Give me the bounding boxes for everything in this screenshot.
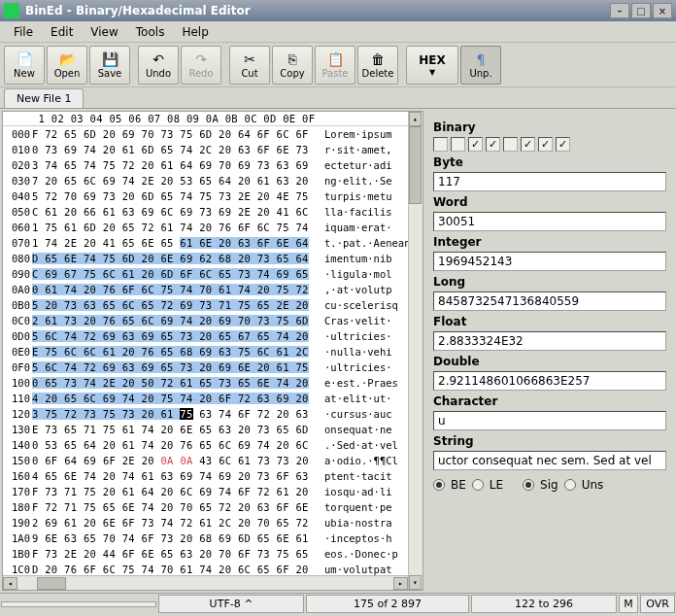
window-title: BinEd - Binary/Hexadecimal Editor — [25, 4, 610, 17]
sign-uns-radio[interactable] — [564, 479, 576, 491]
horizontal-scrollbar[interactable]: ◂ ▸ — [3, 575, 408, 590]
bit-checkbox[interactable] — [451, 137, 465, 152]
hex-row[interactable]: 0C02 61 73 20 76 65 6C 69 74 20 69 70 73… — [3, 313, 408, 328]
minimize-button[interactable]: – — [610, 3, 629, 18]
integer-field[interactable] — [433, 252, 666, 271]
endian-be-radio[interactable] — [433, 479, 445, 491]
hex-row[interactable]: 1203 75 72 73 75 73 20 61 75 63 74 6F 72… — [3, 406, 408, 422]
long-label: Long — [433, 275, 666, 289]
string-label: String — [433, 434, 666, 448]
bit-checkbox[interactable]: ✓ — [556, 137, 570, 152]
binary-bits: ✓✓✓✓✓ — [433, 137, 666, 152]
scroll-thumb[interactable] — [37, 577, 66, 590]
titlebar: BinEd - Binary/Hexadecimal Editor – □ × — [0, 0, 676, 21]
float-label: Float — [433, 315, 666, 328]
hex-row[interactable]: 1C0D 20 76 6F 6C 75 74 70 61 74 20 6C 65… — [3, 562, 408, 575]
tab-bar: New File 1 — [0, 87, 676, 109]
bit-checkbox[interactable]: ✓ — [486, 137, 500, 152]
hex-row[interactable]: 1A09 6E 63 65 70 74 6F 73 20 68 69 6D 65… — [3, 530, 408, 546]
scroll-left-icon[interactable]: ◂ — [3, 577, 17, 590]
float-field[interactable] — [433, 331, 666, 351]
inspector-panel: Binary ✓✓✓✓✓ Byte Word Integer Long Floa… — [425, 111, 674, 591]
byte-field[interactable] — [433, 172, 666, 191]
delete-button[interactable]: 🗑Delete — [357, 46, 398, 85]
hex-editor[interactable]: 1 02 03 04 05 06 07 08 09 0A 0B 0C 0D 0E… — [2, 111, 423, 591]
string-field[interactable] — [433, 451, 666, 470]
menu-edit[interactable]: Edit — [43, 23, 81, 41]
hex-row[interactable]: 0B05 20 73 63 65 6C 65 72 69 73 71 75 65… — [3, 297, 408, 313]
status-encoding[interactable]: UTF-8 ^ — [158, 595, 304, 613]
status-mode-m[interactable]: M — [619, 595, 638, 613]
scroll-down-icon[interactable]: ▾ — [409, 575, 422, 590]
hex-row[interactable]: 0100 73 69 74 20 61 6D 65 74 2C 20 63 6F… — [3, 142, 408, 157]
character-field[interactable] — [433, 411, 666, 430]
hex-row[interactable]: 1902 69 61 20 6E 6F 73 74 72 61 2C 20 70… — [3, 515, 408, 530]
byte-label: Byte — [433, 155, 666, 169]
menu-tools[interactable]: Tools — [128, 23, 173, 41]
scroll-right-icon[interactable]: ▸ — [393, 577, 408, 590]
bit-checkbox[interactable]: ✓ — [468, 137, 483, 152]
code-type-dropdown[interactable]: HEX▼ — [406, 46, 458, 85]
hex-row[interactable]: 0601 75 61 6D 20 65 72 61 74 20 76 6F 6C… — [3, 220, 408, 235]
hex-row[interactable]: 0307 20 65 6C 69 74 2E 20 53 65 64 20 61… — [3, 173, 408, 188]
save-icon: 💾 — [101, 51, 118, 67]
hex-row[interactable]: 1000 65 73 74 2E 20 50 72 61 65 73 65 6E… — [3, 375, 408, 391]
hex-row[interactable]: 1400 53 65 64 20 61 74 20 76 65 6C 69 74… — [3, 437, 408, 453]
cut-button[interactable]: ✂Cut — [229, 46, 270, 85]
hex-row[interactable]: 0D05 6C 74 72 69 63 69 65 73 20 65 67 65… — [3, 328, 408, 344]
copy-button[interactable]: ⎘Copy — [272, 46, 313, 85]
hex-row[interactable]: 180F 72 71 75 65 6E 74 20 70 65 72 20 63… — [3, 499, 408, 515]
hex-row[interactable]: 0701 74 2E 20 41 65 6E 65 61 6E 20 63 6F… — [3, 235, 408, 251]
close-button[interactable]: × — [653, 3, 672, 18]
status-position: 175 of 2 897 — [306, 595, 469, 613]
app-icon — [4, 3, 19, 18]
hex-row[interactable]: 0A00 61 74 20 76 6F 6C 75 74 70 61 74 20… — [3, 282, 408, 297]
hex-row[interactable]: 170F 73 71 75 20 61 64 20 6C 69 74 6F 72… — [3, 484, 408, 499]
bit-checkbox[interactable] — [433, 137, 448, 152]
menu-view[interactable]: View — [83, 23, 125, 41]
menu-file[interactable]: File — [6, 23, 41, 41]
bit-checkbox[interactable]: ✓ — [521, 137, 535, 152]
hex-row[interactable]: 000F 72 65 6D 20 69 70 73 75 6D 20 64 6F… — [3, 126, 408, 142]
hex-row[interactable]: 090C 69 67 75 6C 61 20 6D 6F 6C 65 73 74… — [3, 266, 408, 282]
hex-row[interactable]: 0F05 6C 74 72 69 63 69 65 73 20 69 6E 20… — [3, 359, 408, 375]
scroll-thumb-v[interactable] — [409, 126, 422, 204]
tab-new-file-1[interactable]: New File 1 — [4, 88, 84, 108]
hex-row[interactable]: 130E 73 65 71 75 61 74 20 6E 65 63 20 73… — [3, 422, 408, 437]
cut-icon: ✂ — [241, 51, 258, 67]
hex-row[interactable]: 1104 20 65 6C 69 74 20 75 74 20 6F 72 63… — [3, 391, 408, 406]
bit-checkbox[interactable]: ✓ — [538, 137, 553, 152]
vertical-scrollbar[interactable]: ▴ ▾ — [408, 112, 422, 590]
double-field[interactable] — [433, 371, 666, 391]
hex-row[interactable]: 0405 72 70 69 73 20 6D 65 74 75 73 2E 20… — [3, 188, 408, 204]
hex-header: 1 02 03 04 05 06 07 08 09 0A 0B 0C 0D 0E… — [3, 112, 408, 126]
hex-row[interactable]: 080D 65 6E 74 75 6D 20 6E 69 62 68 20 73… — [3, 251, 408, 266]
redo-button[interactable]: ↷Redo — [181, 46, 221, 85]
new-button[interactable]: 📄New — [4, 46, 45, 85]
redo-icon: ↷ — [192, 51, 210, 67]
hex-row[interactable]: 050C 61 20 66 61 63 69 6C 69 73 69 2E 20… — [3, 204, 408, 220]
hex-row[interactable]: 1500 6F 64 69 6F 2E 20 0A 0A 43 6C 61 73… — [3, 453, 408, 468]
undo-button[interactable]: ↶Undo — [138, 46, 179, 85]
hex-row[interactable]: 0E0E 75 6C 6C 61 20 76 65 68 69 63 75 6C… — [3, 344, 408, 359]
maximize-button[interactable]: □ — [631, 3, 651, 18]
hex-row[interactable]: 0203 74 65 74 75 72 20 61 64 69 70 69 73… — [3, 157, 408, 173]
scroll-up-icon[interactable]: ▴ — [409, 112, 422, 126]
hex-row[interactable]: 1B0F 73 2E 20 44 6F 6E 65 63 20 70 6F 73… — [3, 546, 408, 562]
hex-row[interactable]: 1604 65 6E 74 20 74 61 63 69 74 69 20 73… — [3, 468, 408, 484]
open-button[interactable]: 📂Open — [47, 46, 87, 85]
status-mode-ovr[interactable]: OVR — [640, 595, 675, 613]
endian-le-radio[interactable] — [472, 479, 484, 491]
unprintable-toggle[interactable]: ¶Unp. — [460, 46, 501, 85]
menubar: File Edit View Tools Help — [0, 21, 676, 43]
bit-checkbox[interactable] — [503, 137, 518, 152]
save-button[interactable]: 💾Save — [89, 46, 130, 85]
integer-label: Integer — [433, 235, 666, 249]
word-field[interactable] — [433, 212, 666, 231]
paste-button[interactable]: 📋Paste — [315, 46, 355, 85]
toolbar: 📄New 📂Open 💾Save ↶Undo ↷Redo ✂Cut ⎘Copy … — [0, 43, 676, 87]
menu-help[interactable]: Help — [174, 23, 216, 41]
hex-body[interactable]: 000F 72 65 6D 20 69 70 73 75 6D 20 64 6F… — [3, 126, 408, 575]
sign-sig-radio[interactable] — [523, 479, 534, 491]
long-field[interactable] — [433, 291, 666, 311]
